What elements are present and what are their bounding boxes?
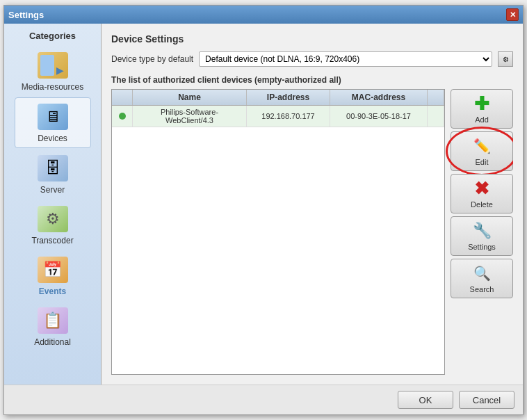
window-title: Settings (8, 10, 44, 20)
sidebar-item-transcoder[interactable]: Transcoder (15, 200, 91, 250)
additional-icon (36, 306, 70, 335)
col-header-name: Name (133, 90, 247, 105)
cell-row-action (428, 106, 444, 127)
delete-button[interactable]: ✖ Delete (451, 174, 513, 213)
close-button[interactable]: ✕ (506, 8, 519, 21)
window-body: Categories Media-resources Devices Serve… (4, 24, 523, 385)
add-button[interactable]: ✚ Add (451, 89, 513, 129)
settings-button[interactable]: 🔧 Settings (451, 216, 513, 256)
search-icon: 🔍 (471, 264, 493, 283)
sidebar-item-label: Transcoder (31, 236, 73, 245)
events-icon (36, 255, 70, 284)
title-bar: Settings ✕ (4, 6, 523, 24)
col-header-mac: MAC-address (330, 90, 428, 105)
table-row[interactable]: Philips-Software-WebClient/4.3 192.168.7… (112, 106, 444, 127)
sidebar-item-media-resources[interactable]: Media-resources (15, 47, 91, 96)
plus-icon: ✚ (471, 94, 493, 113)
device-table: Name IP-address MAC-address Philips-Soft… (111, 89, 445, 375)
sidebar-item-events[interactable]: Events (15, 251, 91, 300)
settings-icon: 🔧 (471, 221, 493, 241)
device-type-label: Device type by default (111, 54, 193, 64)
delete-label: Delete (471, 200, 493, 209)
add-label: Add (475, 115, 489, 124)
status-dot (119, 113, 126, 120)
cell-status (112, 106, 133, 127)
server-icon (36, 154, 70, 183)
device-type-config-button[interactable]: ⚙ (498, 51, 513, 67)
sidebar-item-label: Devices (38, 134, 67, 143)
col-header-actions (428, 90, 444, 105)
devices-icon (36, 102, 70, 131)
sidebar-item-label: Events (39, 286, 66, 296)
cell-ip: 192.168.70.177 (247, 106, 330, 127)
main-content: Device Settings Device type by default D… (102, 24, 523, 385)
sidebar-item-label: Additional (34, 337, 71, 347)
sidebar-item-server[interactable]: Server (15, 150, 91, 199)
sidebar-title: Categories (29, 31, 76, 41)
sidebar-item-label: Media-resources (22, 82, 83, 92)
sidebar: Categories Media-resources Devices Serve… (4, 24, 102, 385)
transcoder-icon (36, 204, 70, 234)
edit-icon: ✏️ (471, 136, 493, 156)
content-area: Name IP-address MAC-address Philips-Soft… (111, 89, 513, 375)
device-type-select[interactable]: Default device (not DLNA, 16:9, 720x406) (199, 51, 492, 67)
sidebar-item-additional[interactable]: Additional (15, 302, 91, 351)
table-header: Name IP-address MAC-address (112, 90, 444, 106)
edit-button[interactable]: ✏️ Edit (451, 131, 513, 171)
settings-label: Settings (468, 243, 496, 251)
action-buttons: ✚ Add ✏️ Edit ✖ Delete 🔧 Settings (451, 89, 513, 375)
col-header-status (112, 90, 133, 105)
col-header-ip: IP-address (247, 90, 330, 105)
ok-button[interactable]: OK (398, 391, 453, 409)
settings-window: Settings ✕ Categories Media-resources De… (3, 5, 524, 415)
cell-name: Philips-Software-WebClient/4.3 (133, 106, 247, 127)
edit-label: Edit (476, 158, 489, 166)
search-label: Search (470, 285, 494, 293)
search-button[interactable]: 🔍 Search (451, 259, 513, 298)
sidebar-item-label: Server (40, 185, 65, 195)
media-icon (36, 51, 70, 80)
device-type-row: Device type by default Default device (n… (111, 51, 513, 67)
delete-icon: ✖ (471, 179, 493, 198)
sidebar-item-devices[interactable]: Devices (15, 97, 91, 148)
footer-bar: OK Cancel (4, 385, 523, 414)
section-title: Device Settings (111, 33, 513, 45)
cell-mac: 00-90-3E-05-18-17 (330, 106, 428, 127)
cancel-button[interactable]: Cancel (459, 391, 514, 409)
list-label: The list of authorized client devices (e… (111, 75, 513, 85)
